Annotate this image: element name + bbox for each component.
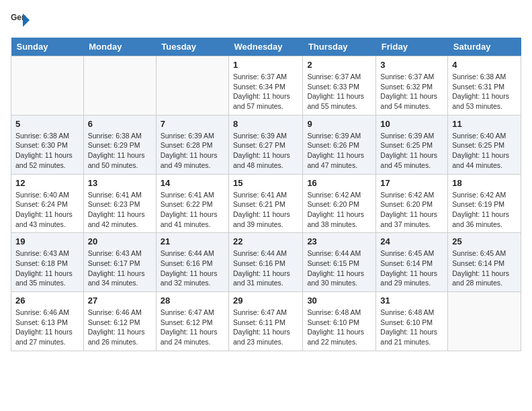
day-info: Sunrise: 6:40 AMSunset: 6:25 PMDaylight:…	[452, 131, 517, 171]
day-number: 14	[161, 178, 224, 188]
calendar-cell: 15Sunrise: 6:41 AMSunset: 6:21 PMDayligh…	[229, 174, 303, 233]
day-number: 23	[307, 236, 371, 246]
calendar-week-2: 5Sunrise: 6:38 AMSunset: 6:30 PMDaylight…	[11, 115, 521, 174]
calendar-cell: 1Sunrise: 6:37 AMSunset: 6:34 PMDaylight…	[229, 56, 303, 116]
day-number: 9	[307, 119, 371, 129]
calendar-cell: 24Sunrise: 6:45 AMSunset: 6:14 PMDayligh…	[376, 233, 448, 292]
day-info: Sunrise: 6:39 AMSunset: 6:25 PMDaylight:…	[380, 131, 443, 171]
day-of-week-thursday: Thursday	[303, 38, 376, 56]
day-info: Sunrise: 6:46 AMSunset: 6:12 PMDaylight:…	[88, 308, 152, 347]
day-info: Sunrise: 6:47 AMSunset: 6:12 PMDaylight:…	[161, 308, 224, 347]
day-number: 11	[452, 119, 517, 129]
calendar-cell: 3Sunrise: 6:37 AMSunset: 6:32 PMDaylight…	[376, 56, 448, 116]
logo: Gen	[11, 11, 32, 30]
day-info: Sunrise: 6:39 AMSunset: 6:27 PMDaylight:…	[233, 131, 298, 171]
day-info: Sunrise: 6:39 AMSunset: 6:26 PMDaylight:…	[307, 131, 371, 171]
day-number: 19	[15, 236, 79, 246]
day-info: Sunrise: 6:43 AMSunset: 6:18 PMDaylight:…	[15, 248, 79, 288]
day-info: Sunrise: 6:37 AMSunset: 6:34 PMDaylight:…	[233, 72, 298, 111]
day-info: Sunrise: 6:45 AMSunset: 6:14 PMDaylight:…	[452, 248, 517, 288]
calendar-cell: 2Sunrise: 6:37 AMSunset: 6:33 PMDaylight…	[303, 56, 376, 116]
calendar-cell: 9Sunrise: 6:39 AMSunset: 6:26 PMDaylight…	[303, 115, 376, 174]
day-info: Sunrise: 6:41 AMSunset: 6:21 PMDaylight:…	[233, 190, 298, 230]
day-number: 31	[380, 295, 443, 306]
day-info: Sunrise: 6:38 AMSunset: 6:31 PMDaylight:…	[452, 72, 517, 111]
calendar-cell: 23Sunrise: 6:44 AMSunset: 6:15 PMDayligh…	[303, 233, 376, 292]
calendar-body: 1Sunrise: 6:37 AMSunset: 6:34 PMDaylight…	[11, 56, 521, 351]
day-number: 5	[15, 119, 79, 129]
calendar-cell: 31Sunrise: 6:48 AMSunset: 6:10 PMDayligh…	[376, 292, 448, 351]
day-of-week-sunday: Sunday	[11, 38, 84, 56]
day-number: 7	[161, 119, 224, 129]
calendar-cell: 30Sunrise: 6:48 AMSunset: 6:10 PMDayligh…	[303, 292, 376, 351]
day-info: Sunrise: 6:39 AMSunset: 6:28 PMDaylight:…	[161, 131, 224, 171]
day-number: 8	[233, 119, 298, 129]
day-number: 30	[307, 295, 371, 306]
day-number: 13	[88, 178, 152, 188]
page-header: Gen	[11, 11, 521, 30]
day-info: Sunrise: 6:42 AMSunset: 6:20 PMDaylight:…	[380, 190, 443, 230]
calendar-cell: 19Sunrise: 6:43 AMSunset: 6:18 PMDayligh…	[11, 233, 84, 292]
calendar-cell: 4Sunrise: 6:38 AMSunset: 6:31 PMDaylight…	[448, 56, 521, 116]
day-info: Sunrise: 6:37 AMSunset: 6:33 PMDaylight:…	[307, 72, 371, 111]
day-info: Sunrise: 6:41 AMSunset: 6:22 PMDaylight:…	[161, 190, 224, 230]
calendar-cell: 28Sunrise: 6:47 AMSunset: 6:12 PMDayligh…	[156, 292, 228, 351]
day-number: 15	[233, 178, 298, 188]
day-number: 12	[15, 178, 79, 188]
day-number: 10	[380, 119, 443, 129]
calendar-cell: 16Sunrise: 6:42 AMSunset: 6:20 PMDayligh…	[303, 174, 376, 233]
day-number: 6	[88, 119, 152, 129]
day-info: Sunrise: 6:42 AMSunset: 6:20 PMDaylight:…	[307, 190, 371, 230]
day-info: Sunrise: 6:45 AMSunset: 6:14 PMDaylight:…	[380, 248, 443, 288]
calendar-cell: 26Sunrise: 6:46 AMSunset: 6:13 PMDayligh…	[11, 292, 84, 351]
day-number: 28	[161, 295, 224, 306]
day-of-week-friday: Friday	[376, 38, 448, 56]
day-number: 1	[233, 60, 298, 70]
calendar-cell: 17Sunrise: 6:42 AMSunset: 6:20 PMDayligh…	[376, 174, 448, 233]
calendar-cell: 7Sunrise: 6:39 AMSunset: 6:28 PMDaylight…	[156, 115, 228, 174]
day-info: Sunrise: 6:48 AMSunset: 6:10 PMDaylight:…	[380, 308, 443, 347]
calendar-cell	[448, 292, 521, 351]
day-number: 18	[452, 178, 517, 188]
calendar-cell: 20Sunrise: 6:43 AMSunset: 6:17 PMDayligh…	[83, 233, 156, 292]
calendar-cell: 18Sunrise: 6:42 AMSunset: 6:19 PMDayligh…	[448, 174, 521, 233]
calendar-cell	[11, 56, 84, 116]
day-number: 4	[452, 60, 517, 70]
calendar-cell: 5Sunrise: 6:38 AMSunset: 6:30 PMDaylight…	[11, 115, 84, 174]
calendar-cell: 14Sunrise: 6:41 AMSunset: 6:22 PMDayligh…	[156, 174, 228, 233]
day-info: Sunrise: 6:44 AMSunset: 6:15 PMDaylight:…	[307, 248, 371, 288]
calendar-week-4: 19Sunrise: 6:43 AMSunset: 6:18 PMDayligh…	[11, 233, 521, 292]
day-number: 29	[233, 295, 298, 306]
calendar-cell: 6Sunrise: 6:38 AMSunset: 6:29 PMDaylight…	[83, 115, 156, 174]
day-number: 2	[307, 60, 371, 70]
day-number: 17	[380, 178, 443, 188]
day-number: 20	[88, 236, 152, 246]
day-number: 27	[88, 295, 152, 306]
day-info: Sunrise: 6:46 AMSunset: 6:13 PMDaylight:…	[15, 308, 79, 347]
day-number: 3	[380, 60, 443, 70]
day-info: Sunrise: 6:47 AMSunset: 6:11 PMDaylight:…	[233, 308, 298, 347]
day-info: Sunrise: 6:44 AMSunset: 6:16 PMDaylight:…	[233, 248, 298, 288]
calendar-cell: 12Sunrise: 6:40 AMSunset: 6:24 PMDayligh…	[11, 174, 84, 233]
day-of-week-tuesday: Tuesday	[156, 38, 228, 56]
calendar-cell: 21Sunrise: 6:44 AMSunset: 6:16 PMDayligh…	[156, 233, 228, 292]
day-info: Sunrise: 6:41 AMSunset: 6:23 PMDaylight:…	[88, 190, 152, 230]
day-of-week-wednesday: Wednesday	[229, 38, 303, 56]
day-number: 22	[233, 236, 298, 246]
calendar-cell: 25Sunrise: 6:45 AMSunset: 6:14 PMDayligh…	[448, 233, 521, 292]
calendar-week-3: 12Sunrise: 6:40 AMSunset: 6:24 PMDayligh…	[11, 174, 521, 233]
calendar-week-5: 26Sunrise: 6:46 AMSunset: 6:13 PMDayligh…	[11, 292, 521, 351]
logo-icon: Gen	[11, 11, 30, 30]
days-of-week-header: SundayMondayTuesdayWednesdayThursdayFrid…	[11, 38, 521, 56]
day-info: Sunrise: 6:44 AMSunset: 6:16 PMDaylight:…	[161, 248, 224, 288]
calendar-cell: 10Sunrise: 6:39 AMSunset: 6:25 PMDayligh…	[376, 115, 448, 174]
calendar-cell: 13Sunrise: 6:41 AMSunset: 6:23 PMDayligh…	[83, 174, 156, 233]
day-of-week-monday: Monday	[83, 38, 156, 56]
calendar-table: SundayMondayTuesdayWednesdayThursdayFrid…	[11, 38, 521, 351]
calendar-cell: 27Sunrise: 6:46 AMSunset: 6:12 PMDayligh…	[83, 292, 156, 351]
day-number: 25	[452, 236, 517, 246]
day-info: Sunrise: 6:38 AMSunset: 6:30 PMDaylight:…	[15, 131, 79, 171]
day-info: Sunrise: 6:48 AMSunset: 6:10 PMDaylight:…	[307, 308, 371, 347]
day-info: Sunrise: 6:40 AMSunset: 6:24 PMDaylight:…	[15, 190, 79, 230]
calendar-cell: 11Sunrise: 6:40 AMSunset: 6:25 PMDayligh…	[448, 115, 521, 174]
